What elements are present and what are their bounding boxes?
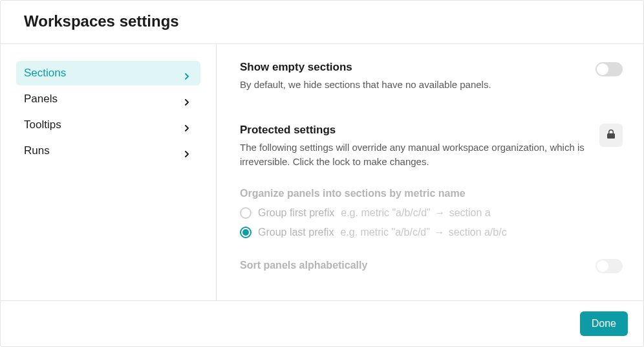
arrow-icon: → bbox=[434, 227, 444, 238]
sort-title: Sort panels alphabetically bbox=[240, 260, 367, 271]
setting-sort: Sort panels alphabetically bbox=[240, 258, 623, 273]
setting-desc: The following settings will override any… bbox=[240, 140, 589, 170]
sidebar-item-runs[interactable]: Runs bbox=[16, 139, 200, 163]
setting-text: Show empty sections By default, we hide … bbox=[240, 61, 491, 93]
sidebar: Sections Panels Tooltips Runs bbox=[1, 44, 217, 300]
setting-organize: Organize panels into sections by metric … bbox=[240, 188, 623, 238]
sidebar-item-label: Tooltips bbox=[24, 118, 61, 131]
arrow-icon: → bbox=[435, 207, 445, 218]
page-title: Workspaces settings bbox=[24, 12, 620, 30]
setting-title: Show empty sections bbox=[240, 61, 491, 74]
sidebar-item-panels[interactable]: Panels bbox=[16, 87, 200, 111]
chevron-right-icon bbox=[184, 122, 190, 128]
toggle-sort[interactable] bbox=[596, 259, 623, 273]
radio-group-first[interactable]: Group first prefix e.g. metric "a/b/c/d"… bbox=[240, 207, 623, 219]
chevron-right-icon bbox=[184, 148, 190, 154]
modal-header: Workspaces settings bbox=[1, 1, 643, 44]
sidebar-item-tooltips[interactable]: Tooltips bbox=[16, 113, 200, 137]
sidebar-item-label: Panels bbox=[24, 93, 58, 106]
radio-icon bbox=[240, 207, 252, 219]
setting-show-empty: Show empty sections By default, we hide … bbox=[240, 61, 623, 93]
lock-icon bbox=[606, 129, 616, 142]
sidebar-item-label: Sections bbox=[24, 67, 66, 80]
setting-protected: Protected settings The following setting… bbox=[240, 124, 623, 170]
organize-title: Organize panels into sections by metric … bbox=[240, 188, 623, 199]
radio-hint: e.g. metric "a/b/c/d" → section a bbox=[341, 207, 490, 219]
radio-icon bbox=[240, 227, 252, 238]
done-button[interactable]: Done bbox=[580, 311, 628, 336]
radio-group-last[interactable]: Group last prefix e.g. metric "a/b/c/d" … bbox=[240, 227, 623, 238]
lock-button[interactable] bbox=[599, 124, 623, 147]
chevron-right-icon bbox=[184, 96, 190, 102]
toggle-show-empty[interactable] bbox=[596, 62, 623, 76]
content-panel: Show empty sections By default, we hide … bbox=[217, 44, 643, 300]
radio-label: Group last prefix bbox=[258, 227, 334, 238]
radio-hint: e.g. metric "a/b/c/d" → section a/b/c bbox=[340, 227, 506, 238]
modal-footer: Done bbox=[1, 300, 643, 346]
modal-body: Sections Panels Tooltips Runs bbox=[1, 44, 643, 300]
chevron-right-icon bbox=[184, 70, 190, 76]
radio-label: Group first prefix bbox=[258, 207, 334, 219]
sidebar-item-label: Runs bbox=[24, 144, 50, 157]
sidebar-item-sections[interactable]: Sections bbox=[16, 61, 200, 85]
setting-title: Protected settings bbox=[240, 124, 589, 137]
setting-text: Protected settings The following setting… bbox=[240, 124, 589, 170]
setting-desc: By default, we hide sections that have n… bbox=[240, 78, 491, 93]
